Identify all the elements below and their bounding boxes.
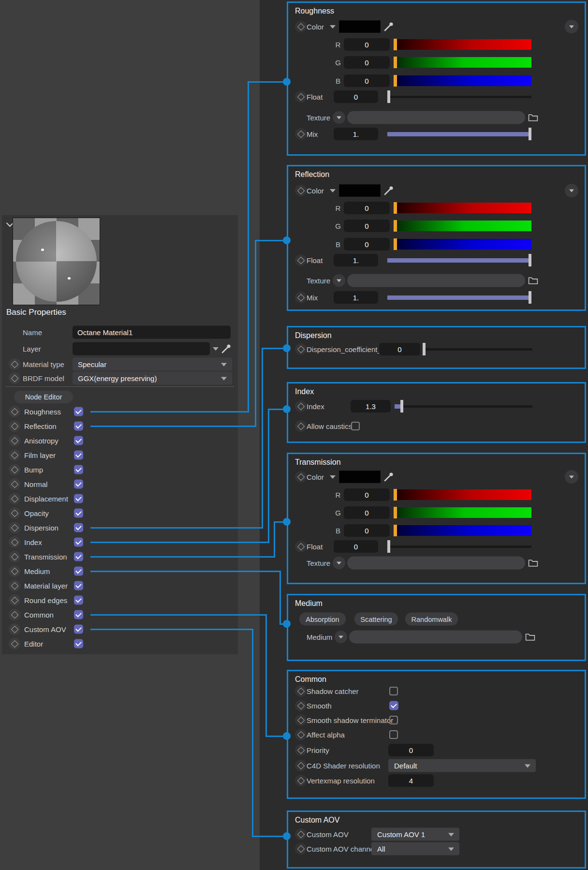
node-port-diamond-icon[interactable] <box>9 551 20 562</box>
folder-icon[interactable] <box>528 276 538 285</box>
vertexmap-resolution-input[interactable]: 4 <box>388 774 434 787</box>
color-expand-icon[interactable] <box>330 25 336 29</box>
g-slider-handle[interactable] <box>394 507 397 518</box>
r-value-input[interactable]: 0 <box>344 38 390 51</box>
node-port-diamond-icon[interactable] <box>295 292 307 303</box>
smooth-checkbox[interactable] <box>389 701 398 710</box>
g-slider[interactable] <box>397 57 531 68</box>
texture-dropdown-button[interactable] <box>333 557 345 569</box>
dispersion-slider[interactable] <box>423 343 532 355</box>
medium-path-input[interactable] <box>349 631 522 644</box>
channel-checkbox[interactable] <box>74 567 83 576</box>
node-port-diamond-icon[interactable] <box>295 400 307 412</box>
options-dropdown-button[interactable] <box>565 20 578 33</box>
eyedropper-icon[interactable] <box>383 21 395 32</box>
node-port-diamond-icon[interactable] <box>295 775 307 786</box>
mix-value-input[interactable]: 1. <box>334 128 378 140</box>
mix-slider[interactable] <box>387 128 531 140</box>
custom-aov-select[interactable]: Custom AOV 1 <box>371 828 459 841</box>
node-port-diamond-icon[interactable] <box>9 406 20 417</box>
r-slider[interactable] <box>397 39 531 50</box>
node-port-diamond-icon[interactable] <box>9 609 20 620</box>
node-port-diamond-icon[interactable] <box>295 843 307 855</box>
channel-checkbox[interactable] <box>74 596 83 605</box>
node-port-diamond-icon[interactable] <box>9 358 20 370</box>
texture-path-input[interactable] <box>347 557 525 570</box>
b-value-input[interactable]: 0 <box>344 238 390 251</box>
channel-checkbox[interactable] <box>74 610 83 619</box>
node-port-diamond-icon[interactable] <box>9 464 20 475</box>
g-value-input[interactable]: 0 <box>344 56 390 69</box>
index-slider[interactable] <box>395 400 532 413</box>
node-port-diamond-icon[interactable] <box>9 522 20 533</box>
node-port-diamond-icon[interactable] <box>295 729 307 740</box>
color-swatch[interactable] <box>339 20 381 33</box>
scattering-button[interactable]: Scattering <box>354 613 398 626</box>
node-port-diamond-icon[interactable] <box>9 449 20 461</box>
brdf-model-select[interactable]: GGX(energy preserving) <box>73 372 232 385</box>
float-value-input[interactable]: 0 <box>334 90 378 103</box>
channel-checkbox[interactable] <box>74 480 83 489</box>
node-port-diamond-icon[interactable] <box>295 828 307 840</box>
node-port-diamond-icon[interactable] <box>295 760 307 771</box>
float-slider[interactable] <box>387 254 531 266</box>
folder-icon[interactable] <box>528 559 538 568</box>
eyedropper-icon[interactable] <box>383 185 395 196</box>
float-slider[interactable] <box>387 90 531 103</box>
options-dropdown-button[interactable] <box>565 184 578 197</box>
node-port-diamond-icon[interactable] <box>9 507 20 519</box>
float-value-input[interactable]: 1. <box>334 254 378 266</box>
r-slider-handle[interactable] <box>394 39 397 50</box>
node-port-diamond-icon[interactable] <box>295 185 307 196</box>
node-port-diamond-icon[interactable] <box>295 744 307 756</box>
b-slider[interactable] <box>397 75 531 86</box>
node-port-diamond-icon[interactable] <box>295 685 307 697</box>
material-type-select[interactable]: Specular <box>73 358 232 371</box>
b-slider[interactable] <box>397 525 531 536</box>
mix-slider[interactable] <box>387 291 531 304</box>
channel-checkbox[interactable] <box>74 625 83 634</box>
folder-icon[interactable] <box>525 633 535 642</box>
channel-checkbox[interactable] <box>74 465 83 474</box>
node-port-diamond-icon[interactable] <box>9 536 20 548</box>
layer-dropdown-icon[interactable] <box>213 347 219 351</box>
node-port-diamond-icon[interactable] <box>295 91 307 103</box>
node-port-diamond-icon[interactable] <box>295 420 307 432</box>
channel-checkbox[interactable] <box>74 509 83 518</box>
texture-path-input[interactable] <box>347 274 525 287</box>
channel-checkbox[interactable] <box>74 639 83 649</box>
node-port-diamond-icon[interactable] <box>295 714 307 726</box>
node-port-diamond-icon[interactable] <box>9 420 20 432</box>
absorption-button[interactable]: Absorption <box>299 613 346 626</box>
node-port-diamond-icon[interactable] <box>9 478 20 490</box>
channel-checkbox[interactable] <box>74 422 83 431</box>
smooth-shadow-terminator-checkbox[interactable] <box>389 716 398 724</box>
color-swatch[interactable] <box>339 471 381 483</box>
b-slider[interactable] <box>397 239 531 250</box>
node-port-diamond-icon[interactable] <box>9 435 20 446</box>
dispersion-coefficient-input[interactable]: 0 <box>379 343 420 355</box>
color-expand-icon[interactable] <box>330 475 336 479</box>
layer-input[interactable] <box>73 342 210 355</box>
g-value-input[interactable]: 0 <box>344 506 390 519</box>
channel-checkbox[interactable] <box>74 552 83 561</box>
g-slider[interactable] <box>397 507 531 518</box>
material-preview[interactable] <box>13 218 100 305</box>
texture-path-input[interactable] <box>347 111 525 124</box>
randomwalk-button[interactable]: Randomwalk <box>405 613 458 626</box>
channel-checkbox[interactable] <box>74 451 83 460</box>
channel-checkbox[interactable] <box>74 436 83 445</box>
node-port-diamond-icon[interactable] <box>9 623 20 635</box>
b-value-input[interactable]: 0 <box>344 74 390 87</box>
channel-checkbox[interactable] <box>74 523 83 532</box>
custom-aov-channel-select[interactable]: All <box>371 842 459 855</box>
texture-dropdown-button[interactable] <box>333 111 345 124</box>
node-port-diamond-icon[interactable] <box>295 21 307 32</box>
r-slider[interactable] <box>397 203 531 213</box>
layer-eyedropper-icon[interactable] <box>220 343 232 354</box>
g-slider[interactable] <box>397 221 531 231</box>
node-port-diamond-icon[interactable] <box>295 541 307 552</box>
node-port-diamond-icon[interactable] <box>9 565 20 577</box>
b-value-input[interactable]: 0 <box>344 524 390 537</box>
g-slider-handle[interactable] <box>394 57 397 68</box>
